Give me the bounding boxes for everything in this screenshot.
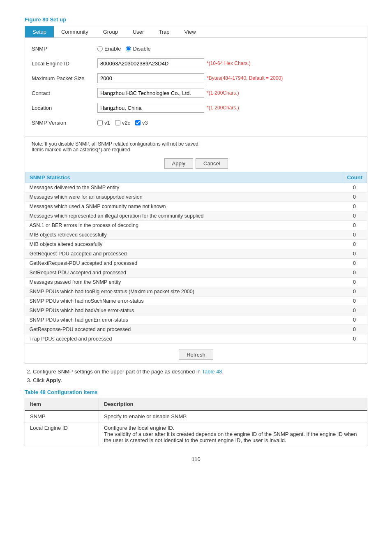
apply-button[interactable]: Apply: [164, 158, 194, 169]
config-item-cell: Local Engine ID: [25, 422, 99, 446]
location-hint: *(1-200Chars.): [207, 105, 239, 111]
instruction-step3: Click Apply.: [33, 377, 367, 383]
snmp-disable-input[interactable]: [126, 46, 131, 51]
engine-id-row: Local Engine ID *(10-64 Hex Chars.): [32, 58, 360, 69]
snmp-enable-input[interactable]: [97, 46, 103, 51]
stats-row-label: Trap PDUs accepted and processed: [25, 334, 342, 344]
stats-row-label: SetRequest-PDU accepted and processed: [25, 268, 342, 278]
stats-row-label: Messages delivered to the SNMP entity: [25, 183, 342, 192]
tab-view[interactable]: View: [177, 26, 203, 37]
stats-row: GetResponse-PDU accepted and processed 0: [25, 325, 367, 334]
stats-row: Messages which represented an illegal op…: [25, 211, 367, 221]
config-table: Item Description SNMP Specify to enable …: [25, 398, 367, 446]
engine-id-label: Local Engine ID: [32, 60, 97, 67]
tab-user[interactable]: User: [125, 26, 151, 37]
stats-row-count: 0: [342, 268, 367, 278]
location-row: Location *(1-200Chars.): [32, 102, 360, 114]
contact-row: Contact *(1-200Chars.): [32, 87, 360, 99]
stats-row-count: 0: [342, 202, 367, 211]
config-col-desc: Description: [99, 398, 367, 411]
stats-row: Messages which used a SNMP community nam…: [25, 202, 367, 211]
tab-group[interactable]: Group: [96, 26, 125, 37]
stats-row: Messages delivered to the SNMP entity 0: [25, 183, 367, 192]
table48-link[interactable]: Table 48: [202, 368, 222, 375]
step2-end: .: [222, 368, 224, 375]
stats-row-count: 0: [342, 306, 367, 315]
stats-row: MIB objects altered successfully 0: [25, 240, 367, 249]
location-label: Location: [32, 105, 97, 111]
snmp-enable-label: Enable: [104, 46, 121, 52]
tab-trap[interactable]: Trap: [151, 26, 177, 37]
stats-row-count: 0: [342, 297, 367, 306]
stats-row-label: SNMP PDUs which had genErr error-status: [25, 315, 342, 325]
step3-pre: Click: [33, 377, 46, 383]
version-v3-checkbox[interactable]: v3: [135, 120, 148, 126]
contact-value: *(1-200Chars.): [97, 88, 360, 98]
stats-row: SNMP PDUs which had noSuchName error-sta…: [25, 297, 367, 306]
stats-row-label: SNMP PDUs which had noSuchName error-sta…: [25, 297, 342, 306]
step2-text: Configure SNMP settings on the upper par…: [33, 368, 202, 375]
version-v1-checkbox[interactable]: v1: [97, 120, 110, 126]
stats-row: ASN.1 or BER errors in the process of de…: [25, 221, 367, 230]
stats-row: Messages which were for an unsupported v…: [25, 192, 367, 202]
stats-row-label: Messages which represented an illegal op…: [25, 211, 342, 221]
snmp-label: SNMP: [32, 46, 97, 52]
stats-row-label: GetRequest-PDU accepted and processed: [25, 249, 342, 259]
config-col-item: Item: [25, 398, 99, 411]
contact-hint: *(1-200Chars.): [207, 90, 239, 96]
stats-row-count: 0: [342, 221, 367, 230]
max-packet-row: Maximum Packet Size *Bytes(484-17940, De…: [32, 72, 360, 84]
version-value: v1 v2c v3: [97, 120, 360, 126]
max-packet-input[interactable]: [97, 73, 204, 83]
cancel-button[interactable]: Cancel: [196, 158, 228, 169]
note-line1: Note: If you disable SNMP, all SNMP rela…: [32, 141, 360, 147]
engine-id-value: *(10-64 Hex Chars.): [97, 58, 360, 68]
contact-label: Contact: [32, 90, 97, 96]
stats-row-count: 0: [342, 230, 367, 240]
instructions-list: Configure SNMP settings on the upper par…: [25, 368, 367, 383]
version-v2c-input[interactable]: [115, 120, 120, 125]
stats-row: SNMP PDUs which had tooBig error-status …: [25, 287, 367, 297]
version-v2c-checkbox[interactable]: v2c: [115, 120, 130, 126]
location-input[interactable]: [97, 103, 204, 113]
engine-id-input[interactable]: [97, 58, 204, 68]
step3-bold: Apply: [46, 377, 61, 383]
version-v3-input[interactable]: [135, 120, 141, 125]
version-v2c-label: v2c: [122, 120, 130, 126]
stats-row-count: 0: [342, 287, 367, 297]
location-value: *(1-200Chars.): [97, 103, 360, 113]
snmp-enable-radio[interactable]: Enable: [97, 46, 121, 52]
stats-row-label: MIB objects retrieved successfully: [25, 230, 342, 240]
stats-row-count: 0: [342, 259, 367, 268]
stats-row-label: Messages which were for an unsupported v…: [25, 192, 342, 202]
version-v3-label: v3: [142, 120, 148, 126]
config-table-title: Table 48 Configuration items: [25, 389, 367, 395]
contact-input[interactable]: [97, 88, 204, 98]
stats-row-label: Messages which used a SNMP community nam…: [25, 202, 342, 211]
config-desc-cell: Specify to enable or disable SNMP.: [99, 410, 367, 422]
instruction-step2: Configure SNMP settings on the upper par…: [33, 368, 367, 375]
snmp-value: Enable Disable: [97, 46, 360, 52]
version-v1-label: v1: [104, 120, 110, 126]
version-v1-input[interactable]: [97, 120, 103, 125]
refresh-button[interactable]: Refresh: [179, 350, 213, 360]
page-number: 110: [25, 456, 367, 462]
engine-id-hint: *(10-64 Hex Chars.): [207, 60, 251, 66]
stats-row: MIB objects retrieved successfully 0: [25, 230, 367, 240]
snmp-disable-radio[interactable]: Disable: [126, 46, 150, 52]
stats-row: GetRequest-PDU accepted and processed 0: [25, 249, 367, 259]
snmp-disable-label: Disable: [133, 46, 150, 52]
tab-setup[interactable]: Setup: [25, 26, 54, 37]
stats-row-count: 0: [342, 249, 367, 259]
stats-row-count: 0: [342, 278, 367, 287]
config-table-row: Local Engine ID Configure the local engi…: [25, 422, 367, 446]
stats-title-header: SNMP Statistics: [25, 172, 342, 183]
tab-community[interactable]: Community: [54, 26, 96, 37]
stats-row-count: 0: [342, 325, 367, 334]
stats-row-label: MIB objects altered successfully: [25, 240, 342, 249]
config-desc-cell: Configure the local engine ID.The validi…: [99, 422, 367, 446]
stats-row: SetRequest-PDU accepted and processed 0: [25, 268, 367, 278]
stats-row-count: 0: [342, 183, 367, 192]
stats-table: SNMP Statistics Count Messages delivered…: [25, 172, 367, 344]
stats-row-count: 0: [342, 192, 367, 202]
